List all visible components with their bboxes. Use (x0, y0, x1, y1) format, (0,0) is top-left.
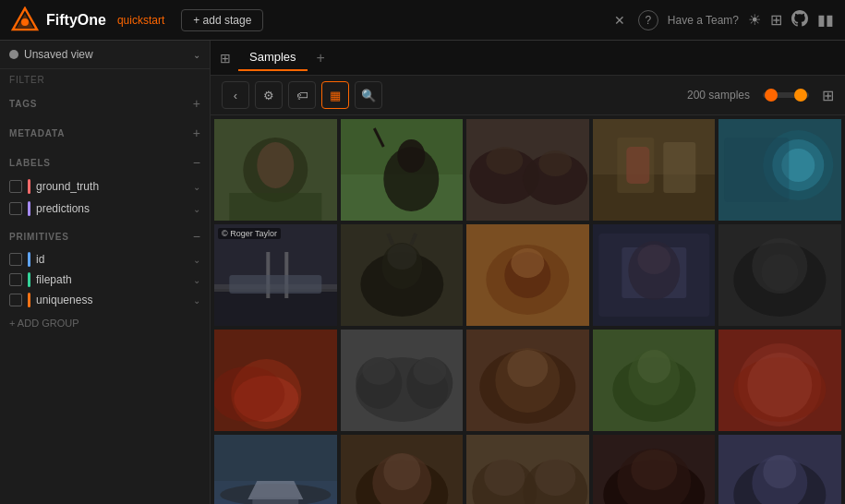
tags-title: TAGS (9, 99, 37, 109)
svg-point-36 (387, 244, 416, 270)
filepath-color (28, 272, 30, 287)
sample-count: 200 samples (687, 89, 750, 102)
primitive-filepath[interactable]: filepath ⌄ (0, 270, 210, 290)
zoom-slider[interactable] (763, 92, 809, 98)
layout-button[interactable]: ▦ (321, 81, 349, 109)
svg-rect-21 (626, 147, 649, 184)
svg-rect-26 (725, 138, 790, 202)
grid-cell-12[interactable] (341, 330, 464, 431)
add-group-button[interactable]: + ADD GROUP (0, 310, 210, 336)
svg-point-88 (535, 459, 575, 496)
grid-cell-16[interactable] (214, 435, 337, 504)
svg-point-73 (748, 353, 813, 417)
tab-add-button[interactable]: + (311, 50, 331, 66)
metadata-header[interactable]: METADATA + (9, 122, 200, 144)
labels-minus-icon[interactable]: − (193, 155, 200, 170)
view-label: Unsaved view (24, 48, 187, 61)
primitive-id[interactable]: id ⌄ (0, 249, 210, 270)
ground-truth-label: ground_truth (36, 180, 187, 193)
tags-section: TAGS + (0, 87, 210, 116)
search-button[interactable]: 🔍 (355, 81, 382, 109)
slider-thumb-left (765, 89, 778, 102)
grid-cell-5[interactable] (718, 119, 841, 221)
svg-point-16 (538, 150, 572, 176)
grid-cell-9[interactable] (593, 224, 716, 326)
tags-header[interactable]: TAGS + (9, 92, 200, 114)
grid-cell-15[interactable] (718, 330, 841, 431)
svg-point-51 (762, 254, 799, 291)
svg-point-65 (507, 350, 548, 387)
view-selector[interactable]: Unsaved view ⌄ (0, 41, 210, 69)
metadata-section: METADATA + (0, 116, 210, 146)
id-checkbox[interactable] (9, 253, 22, 266)
grid-cell-13[interactable] (466, 330, 589, 431)
primitives-minus-icon[interactable]: − (193, 229, 200, 244)
image-grid: © Roger Taylor (211, 115, 845, 504)
github-icon[interactable] (791, 10, 808, 30)
sun-icon[interactable]: ☀ (748, 11, 761, 29)
id-chevron: ⌄ (193, 255, 200, 265)
toolbar: ‹ ⚙ 🏷 ▦ 🔍 200 samples ⊞ (211, 76, 845, 115)
predictions-color (28, 201, 30, 216)
logo-icon (11, 6, 39, 34)
primitive-uniqueness[interactable]: uniqueness ⌄ (0, 290, 210, 310)
close-icon[interactable]: ✕ (614, 13, 625, 28)
grid-icon[interactable]: ⊞ (770, 11, 782, 29)
add-stage-button[interactable]: + add stage (181, 9, 263, 31)
grid-cell-1[interactable] (214, 119, 337, 221)
grid-cell-11[interactable] (214, 330, 337, 431)
primitives-header[interactable]: PRIMITIVES − (9, 225, 200, 247)
svg-point-92 (631, 450, 677, 490)
filepath-checkbox[interactable] (9, 273, 22, 286)
grid-cell-3[interactable] (466, 119, 589, 221)
labels-title: LABELS (9, 158, 51, 168)
main-layout: Unsaved view ⌄ FILTER TAGS + METADATA + … (0, 41, 845, 504)
help-icon[interactable]: ? (638, 10, 658, 30)
menu-icon[interactable]: ▮▮ (817, 11, 834, 29)
uniqueness-checkbox[interactable] (9, 294, 22, 306)
topbar-right: Have a Team? ☀ ⊞ ▮▮ (668, 10, 834, 30)
logo: FiftyOne quickstart (11, 6, 164, 34)
grid-cell-6[interactable]: © Roger Taylor (214, 224, 337, 326)
label-item-predictions[interactable]: predictions ⌄ (0, 198, 210, 220)
svg-point-42 (511, 248, 544, 278)
grid-cell-18[interactable] (466, 435, 589, 504)
grid-cell-4[interactable] (593, 119, 716, 221)
grid-cell-7[interactable] (341, 224, 464, 326)
have-team-label: Have a Team? (668, 14, 739, 27)
grid-cell-10[interactable] (718, 224, 841, 326)
uniqueness-color (28, 293, 30, 307)
svg-rect-55 (214, 366, 284, 422)
ground-truth-color (28, 179, 30, 194)
grid-cell-8[interactable] (466, 224, 589, 326)
label-item-ground-truth[interactable]: ground_truth ⌄ (0, 175, 210, 198)
grid-cell-14[interactable] (593, 330, 716, 431)
predictions-checkbox[interactable] (9, 202, 22, 215)
ground-truth-chevron: ⌄ (193, 182, 200, 192)
view-chevron: ⌄ (193, 50, 200, 60)
uniqueness-chevron: ⌄ (193, 295, 200, 306)
settings-button[interactable]: ⚙ (255, 81, 283, 109)
tab-samples[interactable]: Samples (238, 44, 308, 71)
content-area: ⊞ Samples + ‹ ⚙ 🏷 ▦ 🔍 200 samples (211, 41, 845, 504)
slider-thumb-right (794, 89, 807, 102)
filter-label: FILTER (0, 69, 210, 87)
primitives-section: PRIMITIVES − (0, 220, 210, 249)
svg-rect-28 (214, 289, 337, 326)
svg-rect-20 (663, 142, 695, 193)
prev-button[interactable]: ‹ (222, 81, 249, 109)
tags-add-icon[interactable]: + (193, 96, 200, 111)
logo-sub: quickstart (117, 14, 164, 27)
grid-cell-2[interactable] (341, 119, 464, 221)
svg-point-15 (486, 147, 523, 174)
metadata-add-icon[interactable]: + (193, 126, 200, 140)
svg-point-5 (257, 142, 294, 188)
grid-cell-17[interactable] (341, 435, 464, 504)
ground-truth-checkbox[interactable] (9, 180, 22, 193)
grid-cell-20[interactable] (718, 435, 841, 504)
grid-cell-19[interactable] (593, 435, 716, 504)
tag-button[interactable]: 🏷 (288, 81, 316, 109)
labels-header[interactable]: LABELS − (9, 151, 200, 174)
grid-row-4 (214, 435, 841, 504)
grid-view-icon[interactable]: ⊞ (822, 87, 834, 104)
